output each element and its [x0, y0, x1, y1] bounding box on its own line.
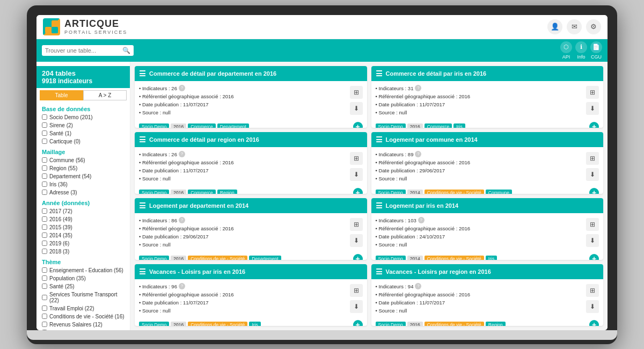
- content-area: ☰ Commerce de détail par departement en …: [130, 62, 608, 330]
- card-footer-1: Socio Demo 2016 Commerce Iris +: [371, 120, 604, 127]
- card-body-4: • Indicateurs : 86? • Référentiel géogra…: [135, 213, 367, 252]
- sidebar-item-sociodemo[interactable]: Socio Demo (201): [36, 113, 130, 121]
- card-footer-0: Socio Demo 2016 Commerce Departement +: [135, 120, 367, 127]
- table-view-btn-7[interactable]: ⊞: [586, 284, 599, 297]
- tab-table[interactable]: Table: [40, 90, 83, 100]
- tag-conditions-3: Conditions de vie - Société: [425, 190, 484, 193]
- sidebar-item-travail[interactable]: Travail Emploi (22): [36, 304, 130, 312]
- card-title-0: Commerce de détail par departement en 20…: [149, 70, 276, 77]
- download-btn-1[interactable]: ⬇: [586, 102, 599, 115]
- card-body-2: • Indicateurs : 26? • Référentiel géogra…: [135, 147, 367, 186]
- sidebar-item-population[interactable]: Population (35): [36, 274, 130, 282]
- tag-sociodemo-2: Socio Demo: [139, 190, 169, 193]
- help-icon-3[interactable]: ?: [415, 151, 421, 157]
- help-icon-0[interactable]: ?: [179, 85, 185, 91]
- tab-az[interactable]: A > Z: [83, 90, 127, 100]
- logo-area: articque PORTAIL SERVICES: [43, 18, 127, 35]
- help-icon-7[interactable]: ?: [415, 283, 421, 289]
- help-icon-5[interactable]: ?: [418, 217, 425, 223]
- table-view-btn-1[interactable]: ⊞: [586, 86, 599, 99]
- settings-icon-btn[interactable]: ⚙: [586, 19, 601, 34]
- add-btn-7[interactable]: +: [589, 320, 599, 325]
- table-view-btn-5[interactable]: ⊞: [586, 218, 599, 231]
- mail-icon-btn[interactable]: ✉: [567, 19, 582, 34]
- add-btn-6[interactable]: +: [353, 320, 363, 325]
- card-info-3: • Indicateurs : 89? • Référentiel géogra…: [376, 150, 583, 183]
- help-icon-2[interactable]: ?: [179, 151, 185, 157]
- top-nav: articque PORTAIL SERVICES 👤 ✉ ⚙: [36, 15, 608, 39]
- download-btn-6[interactable]: ⬇: [350, 300, 363, 313]
- sidebar-item-enseignement[interactable]: Enseignement - Education (56): [36, 266, 130, 274]
- section-title-maillage: Maillage: [36, 146, 130, 156]
- sidebar-item-carticque[interactable]: Carticque (0): [36, 137, 130, 146]
- card-footer-2: Socio Demo 2016 Commerce Region +: [135, 186, 367, 193]
- sidebar-item-adresse[interactable]: Adresse (3): [36, 188, 130, 197]
- cgu-btn[interactable]: 📄 CGU: [590, 41, 602, 60]
- logo-name: articque: [64, 18, 127, 30]
- info-label: Info: [577, 54, 585, 60]
- sidebar-item-2018[interactable]: 2018 (3): [36, 248, 130, 256]
- card-title-4: Logement par departement en 2014: [149, 202, 248, 209]
- sidebar-item-conditions[interactable]: Conditions de vie - Société (16): [36, 312, 130, 321]
- sidebar-item-2014[interactable]: 2014 (35): [36, 231, 130, 239]
- sidebar-item-2019[interactable]: 2019 (6): [36, 239, 130, 248]
- card-info-7: • Indicateurs : 94? • Référentiel géogra…: [376, 282, 583, 315]
- tag-departement-0: Departement: [217, 123, 249, 127]
- table-view-btn-2[interactable]: ⊞: [350, 152, 363, 165]
- user-icon-btn[interactable]: 👤: [547, 19, 562, 34]
- table-view-btn-3[interactable]: ⊞: [586, 152, 599, 165]
- info-btn[interactable]: ℹ Info: [575, 41, 587, 60]
- download-btn-0[interactable]: ⬇: [350, 102, 363, 115]
- sidebar-item-2016[interactable]: 2016 (49): [36, 215, 130, 223]
- api-btn[interactable]: ⬡ API: [560, 41, 572, 60]
- tab-row: Table A > Z: [40, 90, 127, 100]
- sidebar-item-commerce[interactable]: Commerce (8): [36, 329, 130, 330]
- sidebar-item-revenus[interactable]: Revenus Salaires (12): [36, 321, 130, 329]
- add-btn-2[interactable]: +: [353, 188, 363, 193]
- download-btn-2[interactable]: ⬇: [350, 168, 363, 181]
- sidebar-item-sirene[interactable]: Sirene (2): [36, 121, 130, 129]
- add-btn-5[interactable]: +: [589, 254, 599, 259]
- table-icon-3: ☰: [376, 135, 383, 144]
- card-body-7: • Indicateurs : 94? • Référentiel géogra…: [371, 279, 604, 318]
- card-header-1: ☰ Commerce de détail par iris en 2016: [371, 66, 604, 81]
- tag-conditions-6: Conditions de vie - Société: [188, 322, 247, 325]
- download-btn-4[interactable]: ⬇: [350, 234, 363, 247]
- sidebar-item-region[interactable]: Region (55): [36, 164, 130, 172]
- card-6: ☰ Vacances - Loisirs par iris en 2016 • …: [135, 264, 367, 326]
- card-actions-6: ⊞ ⬇: [350, 282, 363, 315]
- tag-sociodemo-5: Socio Demo: [376, 256, 406, 259]
- sidebar-item-commune[interactable]: Commune (56): [36, 156, 130, 164]
- main-layout: 204 tables 9918 indicateurs Table A > Z …: [36, 62, 608, 330]
- help-icon-4[interactable]: ?: [179, 217, 185, 223]
- card-footer-right-7: +: [589, 320, 599, 325]
- add-btn-0[interactable]: +: [353, 122, 363, 127]
- download-btn-7[interactable]: ⬇: [586, 300, 599, 313]
- sidebar-item-services[interactable]: Services Tourisme Transport (22): [36, 290, 130, 304]
- help-icon-6[interactable]: ?: [179, 283, 185, 289]
- tag-region-7: Region: [486, 322, 506, 325]
- sidebar-item-2015[interactable]: 2015 (39): [36, 223, 130, 231]
- card-header-7: ☰ Vacances - Loisirs par region en 2016: [371, 264, 604, 279]
- add-btn-3[interactable]: +: [589, 188, 599, 193]
- sidebar-item-iris[interactable]: Iris (36): [36, 180, 130, 188]
- search-input[interactable]: [45, 47, 120, 54]
- sidebar-item-departement[interactable]: Departement (54): [36, 172, 130, 180]
- sidebar-item-2017[interactable]: 2017 (72): [36, 207, 130, 215]
- add-btn-4[interactable]: +: [353, 254, 363, 259]
- card-4: ☰ Logement par departement en 2014 • Ind…: [135, 198, 367, 260]
- sidebar-item-sante-theme[interactable]: Santé (25): [36, 282, 130, 290]
- download-btn-5[interactable]: ⬇: [586, 234, 599, 247]
- laptop-frame: articque PORTAIL SERVICES 👤 ✉ ⚙ 🔍 ⬡ API: [27, 5, 617, 344]
- card-info-2: • Indicateurs : 26? • Référentiel géogra…: [139, 150, 347, 183]
- search-icon: 🔍: [122, 47, 130, 54]
- search-box[interactable]: 🔍: [42, 45, 134, 56]
- table-view-btn-6[interactable]: ⊞: [350, 284, 363, 297]
- tag-iris-5: Iris: [486, 256, 497, 259]
- add-btn-1[interactable]: +: [589, 122, 599, 127]
- table-view-btn-0[interactable]: ⊞: [350, 86, 363, 99]
- table-view-btn-4[interactable]: ⊞: [350, 218, 363, 231]
- sidebar-item-sante[interactable]: Santé (1): [36, 129, 130, 137]
- help-icon-1[interactable]: ?: [415, 85, 421, 91]
- download-btn-3[interactable]: ⬇: [586, 168, 599, 181]
